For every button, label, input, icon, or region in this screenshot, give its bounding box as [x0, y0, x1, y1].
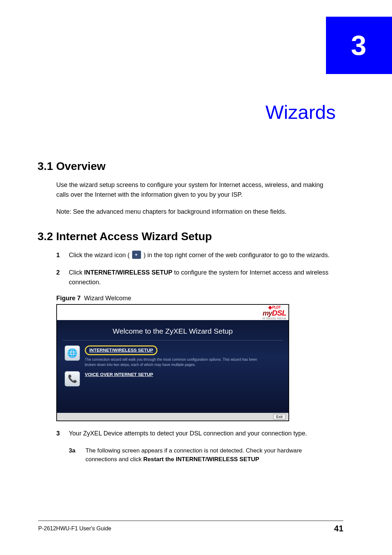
logo-mydsl: myDSL	[263, 310, 286, 317]
content-area: 3.1 Overview Use the wizard setup screen…	[38, 145, 335, 470]
step-3a: 3a The following screen appears if a con…	[69, 446, 335, 464]
document-page: 3 Wizards 3.1 Overview Use the wizard se…	[0, 0, 392, 555]
step-1-text-a: Click the wizard icon (	[69, 252, 130, 259]
numbered-steps-list: 1 Click the wizard icon ( ) in the top r…	[56, 251, 335, 287]
page-footer: P-2612HWU-F1 User's Guide 41	[38, 521, 343, 533]
figure-spacer	[57, 389, 288, 410]
chapter-number-box: 3	[326, 17, 392, 74]
guide-title: P-2612HWU-F1 User's Guide	[38, 525, 111, 532]
page-number: 41	[334, 524, 343, 533]
figure-row2-body: VOICE OVER INTERNET SETUP	[85, 371, 153, 377]
section-heading-internet-access: 3.2 Internet Access Wizard Setup	[38, 230, 335, 243]
step-1-text-b: ) in the top right corner of the web con…	[144, 252, 329, 259]
figure-title: Wizard Welcome	[84, 295, 131, 302]
step-3-text: Your ZyXEL Device attempts to detect you…	[69, 429, 335, 439]
figure-welcome-text: Welcome to the ZyXEL Wizard Setup	[57, 320, 288, 340]
overview-note: Note: See the advanced menu chapters for…	[56, 208, 335, 215]
step-1: 1 Click the wizard icon ( ) in the top r…	[56, 251, 335, 260]
figure-logo-bar: ◆PLDT myDSL Hi-Velocity Internet	[57, 305, 288, 320]
chapter-number: 3	[351, 30, 367, 62]
internet-setup-description: The connection wizard will walk you thro…	[85, 357, 266, 367]
figure-caption: Figure 7Wizard Welcome	[56, 295, 335, 302]
figure-wizard-welcome: ◆PLDT myDSL Hi-Velocity Internet Welcome…	[56, 304, 289, 421]
voip-icon: 📞	[65, 371, 80, 386]
step-2: 2 Click INTERNET/WIRELESS SETUP to confi…	[56, 268, 335, 287]
pldt-mydsl-logo: ◆PLDT myDSL Hi-Velocity Internet	[262, 305, 286, 320]
figure-label: Figure 7	[56, 295, 81, 302]
step-3a-number: 3a	[69, 446, 85, 464]
step-2-text-a: Click	[69, 269, 84, 276]
step-3: 3 Your ZyXEL Device attempts to detect y…	[56, 429, 335, 439]
step-3-number: 3	[56, 429, 69, 439]
logo-subtitle: Hi-Velocity Internet	[262, 317, 286, 320]
step-1-text: Click the wizard icon ( ) in the top rig…	[69, 251, 335, 260]
step-3a-text: The following screen appears if a connec…	[85, 446, 335, 464]
chapter-title: Wizards	[58, 101, 336, 123]
internet-wireless-setup-link[interactable]: INTERNET/WIRELESS SETUP	[89, 348, 153, 353]
figure-row-voip-setup: 📞 VOICE OVER INTERNET SETUP	[57, 370, 288, 389]
figure-row-internet-setup: 🌐 INTERNET/WIRELESS SETUP The connection…	[57, 344, 288, 369]
step-3a-text-bold: Restart the INTERNET/WIRELESS SETUP	[143, 456, 259, 463]
section-heading-overview: 3.1 Overview	[38, 160, 335, 173]
numbered-steps-list-continued: 3 Your ZyXEL Device attempts to detect y…	[56, 429, 335, 439]
step-2-text-bold: INTERNET/WIRELESS SETUP	[84, 269, 172, 276]
overview-paragraph: Use the wizard setup screens to configur…	[56, 180, 335, 200]
wizard-icon	[132, 251, 141, 259]
globe-icon: 🌐	[65, 345, 80, 361]
sub-steps-list: 3a The following screen appears if a con…	[69, 446, 335, 464]
step-2-number: 2	[56, 268, 69, 287]
step-1-number: 1	[56, 251, 69, 260]
voice-over-internet-setup-link[interactable]: VOICE OVER INTERNET SETUP	[85, 372, 153, 377]
figure-body: Welcome to the ZyXEL Wizard Setup 🌐 INTE…	[57, 320, 288, 413]
figure-separator	[63, 340, 283, 341]
step-2-text: Click INTERNET/WIRELESS SETUP to configu…	[69, 268, 335, 287]
figure-row1-body: INTERNET/WIRELESS SETUP The connection w…	[85, 345, 266, 367]
highlight-circle: INTERNET/WIRELESS SETUP	[85, 345, 157, 355]
exit-button[interactable]: Exit	[273, 414, 286, 419]
figure-footer: Exit	[57, 413, 288, 421]
